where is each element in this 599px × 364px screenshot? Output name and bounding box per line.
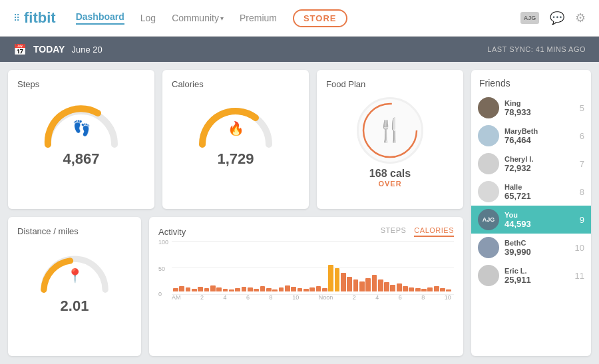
friend-name-halle: Halle [504,183,574,191]
chart-bar [322,288,327,291]
friend-name-bethc: BethC [504,239,570,247]
chart-bar [248,287,253,291]
friend-row-you[interactable]: AJG You 44,593 9 [471,206,591,234]
chart-bar [434,286,439,291]
chart-bar [341,273,346,291]
nav-community[interactable]: Community ▾ [172,13,224,23]
chart-bar [291,287,296,291]
friend-avatar-cheryl [478,153,499,174]
distance-value: 2.01 [61,297,89,315]
logo-dots: ⠿ [13,13,20,23]
chart-bar [173,288,178,291]
friend-rank-ericl: 11 [575,271,584,281]
steps-card: Steps 👣 4,867 [8,70,154,209]
friend-steps-bethc: 39,990 [504,247,570,257]
chart-bar [279,287,284,291]
logo: ⠿ fitbit [13,9,56,27]
nav-dashboard[interactable]: Dashboard [76,11,124,25]
friend-row-halle[interactable]: Halle 65,721 8 [471,178,591,206]
food-circle: 🍴 [357,97,423,164]
chart-bar [179,286,184,291]
today-label: TODAY [33,44,65,55]
friend-name-you: You [504,211,574,219]
friend-row-king[interactable]: King 78,933 5 [471,94,591,122]
nav-premium[interactable]: Premium [240,13,277,23]
left-panels: Steps 👣 4,867 Calories [8,70,463,356]
calendar-icon: 📅 [13,43,27,56]
friend-avatar-halle [478,181,499,202]
tab-steps[interactable]: STEPS [381,226,407,237]
distance-card: Distance / miles 📍 2.01 [8,217,141,356]
svg-text:📍: 📍 [67,268,84,284]
distance-gauge: 📍 [35,242,114,295]
chart-bar [254,289,259,291]
nav-log[interactable]: Log [140,13,156,23]
message-icon[interactable]: 💬 [550,11,564,25]
food-card: Food Plan 🍴 168 cals OVER [317,70,463,209]
chart-bar [204,288,210,291]
chart-bar [372,275,377,291]
friend-row-bethc[interactable]: BethC 39,990 10 [471,234,591,262]
friend-steps-king: 78,933 [504,107,574,117]
friend-row-ericl[interactable]: Eric L. 25,911 11 [471,262,591,289]
chart-bar [229,289,234,291]
calories-value: 1,729 [217,150,254,168]
chart-bar [298,288,303,291]
friend-rank-halle: 8 [580,187,584,197]
friends-title: Friends [471,78,591,94]
chart-bar [198,287,203,291]
activity-tabs: STEPS CALORIES [381,226,454,237]
friend-avatar-bethc [478,237,499,258]
steps-value: 4,867 [63,150,99,168]
chart-bar [266,288,272,291]
chart-bars [173,238,451,291]
chart-bar [365,278,371,291]
chart-bar [378,279,383,291]
chart-bar [409,287,414,291]
chart-bar [223,289,228,291]
chart-bar [192,289,197,291]
friends-list: King 78,933 5 MaryBeth 76,464 6 Cheryl I… [471,94,591,289]
friend-row-marybeth[interactable]: MaryBeth 76,464 6 [471,122,591,150]
calories-card: Calories 🔥 1,729 [162,70,309,209]
chart-bar [210,285,216,291]
distance-title: Distance / miles [17,226,132,236]
chart-bar [260,286,266,291]
logo-text: fitbit [24,9,56,27]
activity-header: Activity STEPS CALORIES [158,226,454,237]
chart-bar [359,281,365,291]
settings-icon[interactable]: ⚙ [575,11,586,25]
chart-bar [421,289,427,291]
friend-name-marybeth: MaryBeth [504,127,574,135]
food-over: OVER [378,180,401,188]
friend-name-king: King [504,99,574,107]
food-value: 168 cals [369,168,411,180]
friend-name-ericl: Eric L. [504,267,570,275]
bottom-row: Distance / miles 📍 2.01 Activity STEPS [8,217,463,356]
activity-card: Activity STEPS CALORIES 100 50 [149,217,463,356]
friend-rank-you: 9 [580,215,584,225]
chart-bar [272,289,278,291]
svg-text:🍴: 🍴 [376,116,405,144]
friend-row-cheryl[interactable]: Cheryl I. 72,932 7 [471,150,591,178]
friend-rank-king: 5 [580,103,584,113]
sync-label: LAST SYNC: 41 MINS AGO [487,45,586,53]
chart-bar [440,288,445,291]
x-labels: AM 2 4 6 8 10 Noon 2 4 6 8 10 [172,294,451,301]
friend-avatar-marybeth [478,125,499,146]
tab-calories[interactable]: CALORIES [414,226,454,237]
chart-bar [216,287,222,291]
user-avatar-icon[interactable]: AJG [520,12,539,24]
friend-rank-cheryl: 7 [580,159,584,169]
friend-avatar-ericl [478,265,499,286]
store-button[interactable]: STORE [293,9,347,27]
chart-bar [309,287,315,291]
chart-bar [384,282,389,291]
nav-links: Dashboard Log Community ▾ Premium STORE [76,9,520,27]
chart-area: 100 50 0 AM 2 4 6 8 10 Noon 2 [158,241,454,301]
datebar: 📅 TODAY June 20 LAST SYNC: 41 MINS AGO [0,37,599,62]
calories-title: Calories [172,79,300,89]
friend-steps-halle: 65,721 [504,191,574,201]
nav-right: AJG 💬 ⚙ [520,11,586,25]
chart-bar [316,286,321,291]
